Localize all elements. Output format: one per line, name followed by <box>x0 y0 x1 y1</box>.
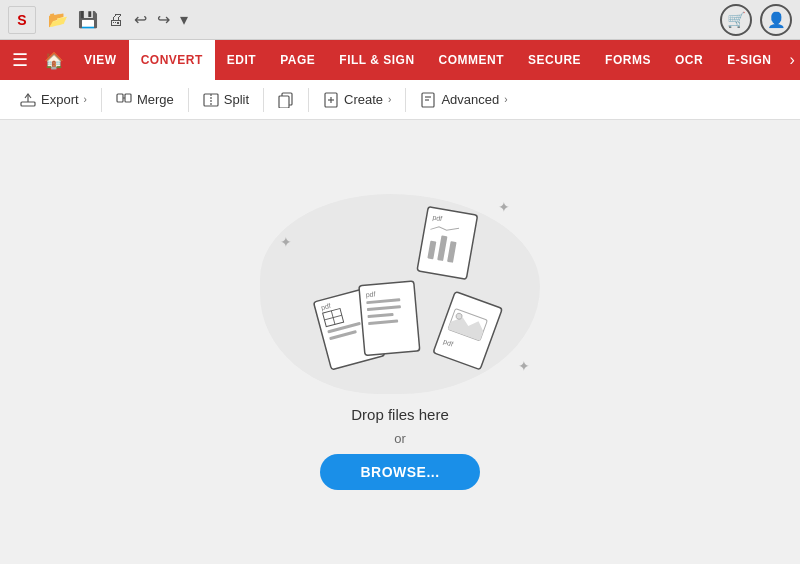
pdf-doc-image: pdf <box>429 289 510 377</box>
toolbar-split[interactable]: Split <box>191 80 261 119</box>
or-label: or <box>394 431 406 446</box>
drop-label: Drop files here <box>351 406 449 423</box>
toolbar-sep-5 <box>405 88 406 112</box>
svg-rect-28 <box>417 207 478 280</box>
sparkle-2: ✦ <box>280 234 292 250</box>
open-folder-icon[interactable]: 📂 <box>48 10 68 29</box>
top-icons: 📂 💾 🖨 ↩ ↪ ▾ <box>48 10 188 29</box>
advanced-chevron: › <box>504 94 507 105</box>
export-icon <box>20 92 36 108</box>
create-chevron: › <box>388 94 391 105</box>
redo-icon[interactable]: ↪ <box>157 10 170 29</box>
sparkle-3: ✦ <box>518 358 530 374</box>
nav-more-icon[interactable]: › <box>783 51 800 69</box>
merge-icon <box>116 92 132 108</box>
toolbar-advanced[interactable]: Advanced › <box>408 80 519 119</box>
export-label: Export <box>41 92 79 107</box>
toolbar-merge[interactable]: Merge <box>104 80 186 119</box>
svg-rect-3 <box>125 94 131 102</box>
main-content: ✦ ✦ ✦ pdf <box>0 120 800 564</box>
pdf-doc-chart: pdf <box>414 204 486 285</box>
user-button[interactable]: 👤 <box>760 4 792 36</box>
drop-blob: ✦ ✦ ✦ pdf <box>260 194 540 394</box>
sparkle-1: ✦ <box>498 199 510 215</box>
undo-icon[interactable]: ↩ <box>134 10 147 29</box>
pdf-icons-group: pdf pdf pdf <box>300 219 500 369</box>
toolbar-sep-1 <box>101 88 102 112</box>
split-icon <box>203 92 219 108</box>
nav-item-fill-sign[interactable]: FILL & SIGN <box>327 40 426 80</box>
dropdown-icon[interactable]: ▾ <box>180 10 188 29</box>
toolbar: Export › Merge Split Create › Advanced › <box>0 80 800 120</box>
nav-item-forms[interactable]: FORMS <box>593 40 663 80</box>
split-label: Split <box>224 92 249 107</box>
toolbar-sep-3 <box>263 88 264 112</box>
nav-item-edit[interactable]: EDIT <box>215 40 268 80</box>
copy-icon <box>278 92 294 108</box>
print-icon[interactable]: 🖨 <box>108 11 124 29</box>
svg-rect-8 <box>279 96 289 108</box>
nav-bar: ☰ 🏠 VIEW CONVERT EDIT PAGE FILL & SIGN C… <box>0 40 800 80</box>
toolbar-copy[interactable] <box>266 80 306 119</box>
create-label: Create <box>344 92 383 107</box>
toolbar-sep-2 <box>188 88 189 112</box>
drop-zone-wrapper: ✦ ✦ ✦ pdf <box>260 194 540 490</box>
home-nav[interactable]: 🏠 <box>36 51 72 70</box>
create-icon <box>323 92 339 108</box>
top-bar-right: 🛒 👤 <box>720 4 792 36</box>
nav-bar-right: › ? ⚙ <box>783 51 800 70</box>
nav-item-page[interactable]: PAGE <box>268 40 327 80</box>
pdf-doc-lines: pdf <box>357 278 429 361</box>
nav-item-ocr[interactable]: OCR <box>663 40 715 80</box>
svg-rect-2 <box>117 94 123 102</box>
hamburger-menu[interactable]: ☰ <box>4 49 36 71</box>
save-icon[interactable]: 💾 <box>78 10 98 29</box>
nav-item-secure[interactable]: SECURE <box>516 40 593 80</box>
toolbar-export[interactable]: Export › <box>8 80 99 119</box>
cart-button[interactable]: 🛒 <box>720 4 752 36</box>
top-bar: S 📂 💾 🖨 ↩ ↪ ▾ 🛒 👤 <box>0 0 800 40</box>
toolbar-create[interactable]: Create › <box>311 80 403 119</box>
export-chevron: › <box>84 94 87 105</box>
browse-button[interactable]: BROWSE... <box>320 454 479 490</box>
nav-item-view[interactable]: VIEW <box>72 40 129 80</box>
merge-label: Merge <box>137 92 174 107</box>
toolbar-sep-4 <box>308 88 309 112</box>
nav-item-comment[interactable]: COMMENT <box>427 40 517 80</box>
svg-rect-0 <box>21 102 35 106</box>
advanced-icon <box>420 92 436 108</box>
nav-item-esign[interactable]: E-SIGN <box>715 40 783 80</box>
nav-item-convert[interactable]: CONVERT <box>129 40 215 80</box>
app-logo[interactable]: S <box>8 6 36 34</box>
advanced-label: Advanced <box>441 92 499 107</box>
